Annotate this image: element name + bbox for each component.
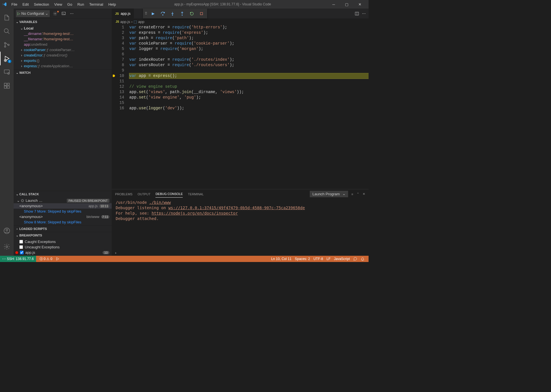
variable-row[interactable]: ›exports: {}: [14, 58, 112, 63]
extensions-icon[interactable]: [0, 79, 14, 93]
code-editor[interactable]: 12345678910111213141516 var createError …: [112, 25, 369, 189]
code-line[interactable]: var app = express();: [129, 73, 369, 79]
debug-console-input[interactable]: ›: [112, 250, 369, 256]
variable-row[interactable]: __dirname: '/home/greg-test/…: [14, 31, 112, 36]
stop-button[interactable]: [197, 10, 205, 18]
debug-console-icon[interactable]: [61, 11, 67, 16]
callstack-header[interactable]: ⌄Call Stack: [14, 191, 112, 197]
code-line[interactable]: app.set('views', path.join(__dirname, 'v…: [129, 89, 369, 95]
code-line[interactable]: var cookieParser = require('cookie-parse…: [129, 41, 369, 46]
stack-more[interactable]: Show 7 More: Skipped by skipFiles: [14, 209, 112, 214]
debug-console-output[interactable]: /usr/bin/node ./bin/wwwDebugger listenin…: [112, 199, 369, 250]
callstack-thread[interactable]: ⌄ Launch … PAUSED ON BREAKPOINT: [14, 198, 112, 203]
menu-selection[interactable]: Selection: [32, 1, 51, 8]
variable-row[interactable]: app: undefined: [14, 42, 112, 47]
code-line[interactable]: [129, 79, 369, 84]
menu-go[interactable]: Go: [65, 1, 74, 8]
step-over-button[interactable]: [159, 10, 167, 18]
menu-file[interactable]: File: [9, 1, 20, 8]
configure-gear-icon[interactable]: [52, 11, 58, 16]
close-button[interactable]: ✕: [353, 0, 366, 9]
tab-terminal[interactable]: Terminal: [188, 191, 204, 198]
continue-button[interactable]: ▶: [149, 10, 157, 18]
stack-frame[interactable]: <anonymous> bin/www 7:11: [14, 214, 112, 219]
breadcrumb-symbol[interactable]: app: [138, 20, 144, 24]
code-line[interactable]: var path = require('path');: [129, 35, 369, 41]
errors-warnings[interactable]: ⓧ0 ⚠0: [38, 257, 54, 261]
breakpoint-file[interactable]: app.js10: [14, 250, 112, 255]
language-mode[interactable]: JavaScript: [332, 257, 352, 261]
eol[interactable]: LF: [325, 257, 332, 261]
debug-session-select[interactable]: Launch Program: [310, 191, 348, 197]
code-line[interactable]: var logger = require('morgan');: [129, 46, 369, 52]
debug-status-icon[interactable]: [54, 257, 61, 261]
grip-icon[interactable]: ⠿: [145, 11, 147, 16]
code-line[interactable]: [129, 68, 369, 73]
explorer-icon[interactable]: [0, 11, 14, 24]
breakpoints-header[interactable]: ⌄Breakpoints: [14, 232, 112, 238]
tab-output[interactable]: Output: [138, 191, 150, 198]
step-into-button[interactable]: [169, 10, 176, 18]
code-line[interactable]: var createError = require('http-errors')…: [129, 25, 369, 30]
feedback-icon[interactable]: [352, 257, 359, 261]
menu-edit[interactable]: Edit: [20, 1, 31, 8]
remote-indicator[interactable]: SSH: 138.91.77.6: [0, 256, 36, 262]
encoding[interactable]: UTF-8: [312, 257, 325, 261]
source-control-icon[interactable]: [0, 38, 14, 52]
variable-row[interactable]: __filename: '/home/greg-test…: [14, 36, 112, 42]
loaded-scripts-header[interactable]: ›Loaded Scripts: [14, 226, 112, 232]
search-icon[interactable]: [0, 24, 14, 38]
code-line[interactable]: [129, 52, 369, 57]
code-line[interactable]: var usersRouter = require('./routes/user…: [129, 62, 369, 68]
split-editor-icon[interactable]: [355, 11, 359, 16]
minimize-button[interactable]: ─: [327, 0, 340, 9]
line-gutter[interactable]: 12345678910111213141516: [112, 25, 129, 189]
breakpoint-uncaught-exceptions[interactable]: Uncaught Exceptions: [14, 244, 112, 250]
stack-more[interactable]: Show 8 More: Skipped by skipFiles: [14, 219, 112, 225]
remote-explorer-icon[interactable]: [0, 65, 14, 79]
variables-header[interactable]: ⌄Variables: [14, 19, 112, 25]
variables-scope-local[interactable]: ⌄Local: [14, 26, 112, 31]
variable-row[interactable]: ›createError: ƒ createError(): [14, 53, 112, 58]
code-line[interactable]: // view engine setup: [129, 84, 369, 89]
code-line[interactable]: var express = require('express');: [129, 30, 369, 35]
breadcrumb[interactable]: JS app.js › ⬚ app: [112, 18, 369, 25]
menu-view[interactable]: View: [52, 1, 65, 8]
code-line[interactable]: var indexRouter = require('./routes/inde…: [129, 57, 369, 62]
code-line[interactable]: app.use(logger('dev'));: [129, 106, 369, 111]
menu-help[interactable]: Help: [106, 1, 118, 8]
more-actions-icon[interactable]: ⋯: [362, 11, 366, 16]
notifications-icon[interactable]: [359, 257, 366, 261]
restart-button[interactable]: [188, 10, 196, 18]
tab-debug-console[interactable]: Debug Console: [155, 190, 183, 198]
bp-checkbox[interactable]: [20, 251, 24, 254]
menu-run[interactable]: Run: [75, 1, 86, 8]
bp-checkbox[interactable]: [19, 240, 23, 244]
debug-floating-toolbar[interactable]: ⠿ ▶: [143, 9, 207, 18]
breakpoint-caught-exceptions[interactable]: Caught Exceptions: [14, 239, 112, 244]
variable-row[interactable]: ›express: ƒ createApplication…: [14, 63, 112, 69]
cursor-position[interactable]: Ln 10, Col 11: [269, 257, 293, 261]
settings-gear-icon[interactable]: [0, 240, 14, 253]
bp-checkbox[interactable]: [19, 245, 23, 249]
indentation[interactable]: Spaces: 2: [293, 257, 312, 261]
filter-icon[interactable]: ≡: [352, 192, 353, 196]
accounts-icon[interactable]: [0, 224, 14, 238]
stack-frame[interactable]: <anonymous> app.js 10:11: [14, 203, 112, 209]
breadcrumb-file[interactable]: app.js: [120, 20, 130, 24]
run-debug-icon[interactable]: 1: [0, 52, 14, 65]
variable-row[interactable]: ›cookieParser: ƒ cookieParser…: [14, 47, 112, 53]
more-icon[interactable]: ⋯: [69, 11, 74, 16]
code-line[interactable]: [129, 100, 369, 106]
tab-problems[interactable]: Problems: [115, 191, 132, 198]
code-line[interactable]: app.set('view engine', 'pug');: [129, 95, 369, 100]
menu-terminal[interactable]: Terminal: [87, 1, 105, 8]
maximize-button[interactable]: ▢: [340, 0, 353, 9]
step-out-button[interactable]: [178, 10, 186, 18]
panel-close-icon[interactable]: ✕: [363, 192, 365, 196]
watch-header[interactable]: ⌄Watch: [14, 70, 112, 76]
editor-tab-appjs[interactable]: JS app.js: [112, 9, 134, 18]
panel-chevron-up-icon[interactable]: ⌃: [357, 192, 359, 196]
debug-config-select[interactable]: ▷ No Configurat ⌄: [16, 10, 50, 17]
svg-point-3: [8, 44, 9, 46]
